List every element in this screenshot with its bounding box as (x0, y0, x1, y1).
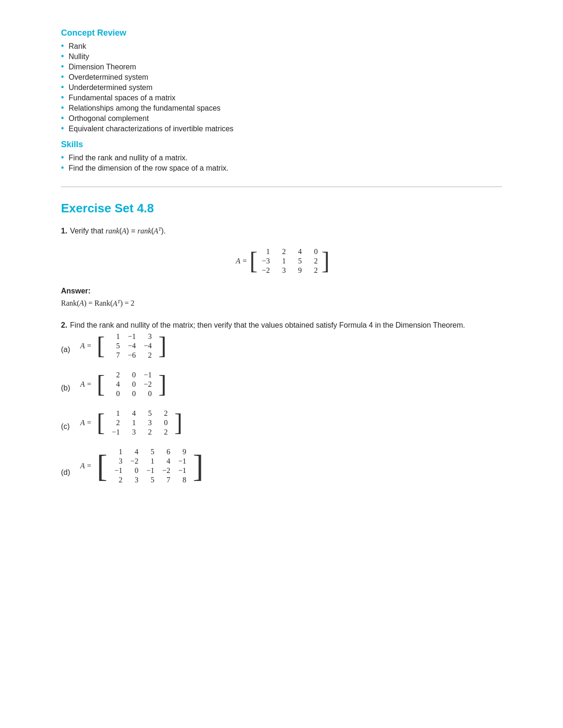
sub-matrix-label-c: A = (80, 419, 91, 427)
concept-list-item: •Rank (61, 42, 502, 51)
sub-matrix-d-container: A = [ 1 4 5 6 9 3 −2 1 4 −1 −1 0 (78, 446, 204, 486)
matrix-grid-b: 2 0 −1 4 0 −2 0 0 0 (108, 369, 156, 400)
bullet-dot: • (61, 153, 64, 162)
matrix-grid-1: 1 2 4 0 −3 1 5 2 −2 3 9 2 (258, 246, 321, 277)
sub-label-d: (d) (61, 468, 78, 477)
divider (61, 187, 502, 187)
sub-label-c: (c) (61, 422, 78, 431)
concept-list-item: •Orthogonal complement (61, 114, 502, 123)
bracket-left-1: [ (250, 249, 258, 273)
sub-problem-c: (c) A = [ 1 4 5 2 2 1 3 0 −1 3 (61, 407, 502, 438)
exercise-title: Exercise Set 4.8 (61, 201, 502, 216)
bullet-dot: • (61, 73, 64, 81)
concept-list-item: •Nullity (61, 52, 502, 61)
problem-2-number: 2. (61, 321, 67, 330)
bracket-right-c: ] (175, 411, 183, 435)
skills-list: •Find the rank and nullity of a matrix.•… (61, 153, 502, 173)
problem-2-row: 2. Find the rank and nullity of the matr… (61, 321, 502, 330)
problem-1: 1. Verify that rank(A) = rank(AT). A = [… (61, 226, 502, 308)
exercise-section: Exercise Set 4.8 1. Verify that rank(A) … (61, 201, 502, 486)
bullet-dot: • (61, 114, 64, 122)
concept-list-item: •Dimension Theorem (61, 62, 502, 71)
sub-matrix-c-container: A = [ 1 4 5 2 2 1 3 0 −1 3 2 2 (78, 407, 183, 438)
sub-matrix-label-b: A = (80, 380, 91, 389)
bullet-dot: • (61, 83, 64, 91)
concept-list-item: •Equivalent characterizations of inverti… (61, 124, 502, 133)
sub-label-a: (a) (61, 345, 78, 354)
bullet-dot: • (61, 124, 64, 133)
matrix-grid-a: 1 −1 3 5 −4 −4 7 −6 2 (108, 330, 156, 361)
problem-1-matrix: A = [ 1 2 4 0 −3 1 5 2 −2 3 9 (234, 246, 330, 277)
sub-block-b: (b) A = [ 2 0 −1 4 0 −2 0 0 0 ] (61, 369, 502, 400)
answer-formula-1: Rank(A) = Rank(AT) = 2 (61, 298, 502, 308)
matrix-grid-c: 1 4 5 2 2 1 3 0 −1 3 2 2 (108, 407, 172, 438)
bullet-dot: • (61, 52, 64, 60)
concept-review-heading: Concept Review (61, 28, 502, 38)
bullet-dot: • (61, 104, 64, 112)
bullet-dot: • (61, 42, 64, 50)
sub-block-d: (d) A = [ 1 4 5 6 9 3 −2 1 4 −1 (61, 446, 502, 486)
problem-2: 2. Find the rank and nullity of the matr… (61, 321, 502, 486)
sub-block-a: (a) A = [ 1 −1 3 5 −4 −4 7 −6 2 (61, 330, 502, 361)
answer-label-1: Answer: (61, 287, 502, 295)
sub-problem-b: (b) A = [ 2 0 −1 4 0 −2 0 0 0 ] (61, 369, 502, 400)
sub-matrix-b-container: A = [ 2 0 −1 4 0 −2 0 0 0 ] (78, 369, 167, 400)
concept-list: •Rank•Nullity•Dimension Theorem•Overdete… (61, 42, 502, 133)
problem-1-row: 1. Verify that rank(A) = rank(AT). (61, 226, 502, 235)
skills-list-item: •Find the rank and nullity of a matrix. (61, 153, 502, 162)
bullet-dot: • (61, 164, 64, 172)
bracket-left-c: [ (97, 411, 105, 435)
bullet-dot: • (61, 62, 64, 71)
problem-1-matrix-display: A = [ 1 2 4 0 −3 1 5 2 −2 3 9 (61, 242, 502, 280)
concept-list-item: •Overdetermined system (61, 73, 502, 82)
sub-matrix-label-a: A = (80, 342, 91, 350)
concept-list-item: •Fundamental spaces of a matrix (61, 93, 502, 102)
sub-matrix-label-d: A = (80, 462, 91, 470)
matrix-label-1: A = (236, 257, 247, 265)
bracket-right-b: ] (159, 372, 167, 397)
problem-1-text: Verify that rank(A) = rank(AT). (70, 226, 166, 235)
problem-1-number: 1. (61, 227, 67, 235)
sub-block-c: (c) A = [ 1 4 5 2 2 1 3 0 −1 3 (61, 407, 502, 438)
sub-problem-d: (d) A = [ 1 4 5 6 9 3 −2 1 4 −1 (61, 446, 502, 486)
skills-list-item: •Find the dimension of the row space of … (61, 164, 502, 173)
bracket-left-b: [ (97, 372, 105, 397)
skills-heading: Skills (61, 140, 502, 150)
matrix-grid-d: 1 4 5 6 9 3 −2 1 4 −1 −1 0 −1 −2 (110, 446, 190, 486)
concept-list-item: •Relationships among the fundamental spa… (61, 104, 502, 113)
bracket-right-1: ] (321, 249, 329, 273)
concept-list-item: •Underdetermined system (61, 83, 502, 92)
bracket-left-a: [ (97, 334, 105, 358)
bullet-dot: • (61, 93, 64, 102)
bracket-left-d: [ (97, 450, 107, 482)
concept-review-section: Concept Review •Rank•Nullity•Dimension T… (61, 28, 502, 173)
sub-label-b: (b) (61, 384, 78, 392)
sub-matrix-a-container: A = [ 1 −1 3 5 −4 −4 7 −6 2 ] (78, 330, 167, 361)
sub-problem-a: (a) A = [ 1 −1 3 5 −4 −4 7 −6 2 (61, 330, 502, 361)
bracket-right-d: ] (193, 450, 204, 482)
bracket-right-a: ] (159, 334, 167, 358)
problem-2-text: Find the rank and nullity of the matrix;… (70, 321, 465, 330)
